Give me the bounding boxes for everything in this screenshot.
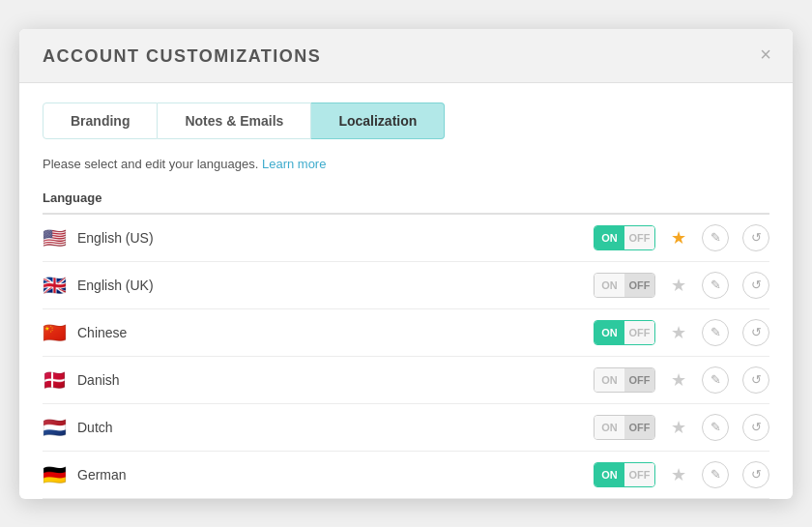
star-nl[interactable]: ★ <box>669 417 688 438</box>
toggle-de[interactable]: ONOFF <box>594 462 655 487</box>
lang-name-da: Danish <box>77 372 120 388</box>
modal-title: ACCOUNT CUSTOMIZATIONS <box>43 46 321 66</box>
star-da[interactable]: ★ <box>669 369 688 391</box>
star-de[interactable]: ★ <box>669 464 688 485</box>
table-row: 🇩🇰DanishONOFF★✎↺ <box>43 356 769 403</box>
toggle-zh[interactable]: ONOFF <box>594 320 655 345</box>
table-row: 🇩🇪GermanONOFF★✎↺ <box>43 451 769 498</box>
undo-button-en-uk[interactable]: ↺ <box>742 272 769 299</box>
star-en-us[interactable]: ★ <box>669 227 688 249</box>
flag-da: 🇩🇰 <box>43 370 68 390</box>
undo-button-zh[interactable]: ↺ <box>742 319 769 346</box>
close-button[interactable]: × <box>754 43 777 66</box>
flag-en-us: 🇺🇸 <box>43 228 68 248</box>
tab-notes-emails[interactable]: Notes & Emails <box>158 102 311 139</box>
edit-button-en-uk[interactable]: ✎ <box>702 272 729 299</box>
tab-branding[interactable]: Branding <box>43 102 158 139</box>
language-table: Language 🇺🇸English (US)ONOFF★✎↺🇬🇧English… <box>43 185 769 499</box>
lang-name-de: German <box>77 467 127 483</box>
table-row: 🇺🇸English (US)ONOFF★✎↺ <box>43 214 769 262</box>
flag-en-uk: 🇬🇧 <box>43 276 68 295</box>
toggle-en-us[interactable]: ONOFF <box>594 225 655 250</box>
flag-zh: 🇨🇳 <box>43 323 68 342</box>
account-customizations-modal: ACCOUNT CUSTOMIZATIONS × BrandingNotes &… <box>19 29 793 499</box>
lang-name-en-us: English (US) <box>77 230 154 246</box>
learn-more-link[interactable]: Learn more <box>262 157 326 171</box>
tabs-row: BrandingNotes & EmailsLocalization <box>19 83 793 139</box>
flag-nl: 🇳🇱 <box>43 418 68 437</box>
description-text: Please select and edit your languages. L… <box>43 157 769 171</box>
table-row: 🇬🇧English (UK)ONOFF★✎↺ <box>43 261 769 308</box>
lang-name-en-uk: English (UK) <box>77 278 154 293</box>
tab-localization[interactable]: Localization <box>311 102 445 139</box>
edit-button-de[interactable]: ✎ <box>702 461 729 488</box>
table-row: 🇳🇱DutchONOFF★✎↺ <box>43 403 769 451</box>
lang-name-nl: Dutch <box>77 420 113 435</box>
star-en-uk[interactable]: ★ <box>669 275 688 296</box>
lang-name-zh: Chinese <box>77 325 127 340</box>
edit-button-da[interactable]: ✎ <box>702 366 729 394</box>
main-content: Please select and edit your languages. L… <box>19 139 793 499</box>
edit-button-en-us[interactable]: ✎ <box>702 224 729 251</box>
star-zh[interactable]: ★ <box>669 322 688 343</box>
undo-button-da[interactable]: ↺ <box>742 366 769 394</box>
undo-button-en-us[interactable]: ↺ <box>742 224 769 251</box>
toggle-da[interactable]: ONOFF <box>594 367 655 393</box>
undo-button-de[interactable]: ↺ <box>742 461 769 488</box>
flag-de: 🇩🇪 <box>43 465 68 484</box>
undo-button-nl[interactable]: ↺ <box>742 414 769 441</box>
edit-button-nl[interactable]: ✎ <box>702 414 729 441</box>
toggle-nl[interactable]: ONOFF <box>594 415 655 440</box>
table-row: 🇨🇳ChineseONOFF★✎↺ <box>43 308 769 356</box>
edit-button-zh[interactable]: ✎ <box>702 319 729 346</box>
toggle-en-uk[interactable]: ONOFF <box>594 273 655 298</box>
language-column-header: Language <box>43 185 478 214</box>
modal-header: ACCOUNT CUSTOMIZATIONS × <box>19 29 793 83</box>
